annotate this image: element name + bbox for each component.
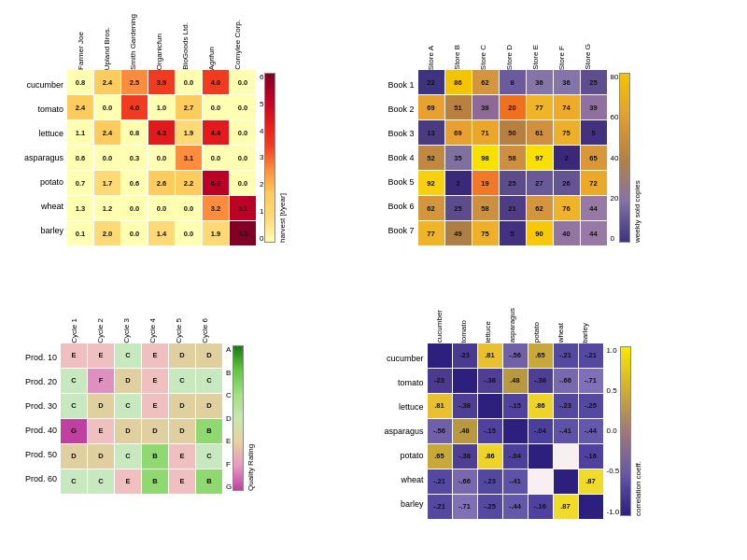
colorbar-title: weekly sold copies xyxy=(633,73,641,243)
heatmap-cell: E xyxy=(88,343,114,368)
heatmap-cell: B xyxy=(142,469,168,494)
row-label: Book 5 xyxy=(376,170,418,194)
heatmap-cell: 22 xyxy=(418,70,444,94)
row-label: Book 2 xyxy=(376,97,418,121)
heatmap-cell: E xyxy=(169,444,195,469)
colorbar-tick: 40 xyxy=(611,154,619,162)
colorbar-tick: 6 xyxy=(260,73,263,81)
heatmap-cell: 1.1 xyxy=(67,120,93,145)
colorbar-tick: 1 xyxy=(260,207,263,216)
colorbar-title: Quality Rating xyxy=(247,345,255,491)
heatmap-cell: 20 xyxy=(500,95,526,119)
heatmap-cell: 25 xyxy=(500,171,526,195)
heatmap-cell: D xyxy=(115,419,141,443)
heatmap-cell: -.66 xyxy=(554,369,578,393)
heatmap-cell: 75 xyxy=(472,221,499,245)
heatmap-cell: 1.0 xyxy=(148,95,175,119)
heatmap-cell: 0.0 xyxy=(94,146,120,170)
heatmap-cell: C xyxy=(196,369,222,393)
heatmap-cell: 2.7 xyxy=(176,95,202,119)
heatmap-cell: 35 xyxy=(445,146,472,170)
heatmap-cell: 1.4 xyxy=(148,221,175,245)
heatmap-cell: .87 xyxy=(579,469,603,494)
heatmap-cell: -.16 xyxy=(579,444,603,469)
heatmap-cell: -.15 xyxy=(478,419,502,443)
heatmap-cell: 39 xyxy=(581,95,607,119)
colorbar-tick: 2 xyxy=(260,180,263,189)
row-label: wheat xyxy=(376,468,428,492)
heatmap-cell: B xyxy=(196,469,222,494)
heatmap-cell: 2.6 xyxy=(148,171,175,195)
col-label: barley xyxy=(573,287,598,343)
col-label: Cycle 3 xyxy=(113,287,139,343)
heatmap-cell: 0.0 xyxy=(148,146,175,170)
heatmap-cell: 1.3 xyxy=(67,196,93,220)
heatmap-cell: 3.2 xyxy=(203,196,229,220)
heatmap-cell: -.21 xyxy=(554,343,578,368)
col-label: Smith Gardening xyxy=(120,14,146,70)
heatmap-cell: 50 xyxy=(500,120,526,145)
heatmap-cell: 4.3 xyxy=(148,120,175,145)
heatmap-cell xyxy=(554,444,578,469)
heatmap-cell: -.38 xyxy=(453,394,477,418)
heatmap-cell: 72 xyxy=(581,171,607,195)
quadrant-quality: Cycle 1Cycle 2Cycle 3Cycle 4Cycle 5Cycle… xyxy=(9,283,372,552)
col-label: Cycle 5 xyxy=(165,287,191,343)
colorbar-label: G xyxy=(226,483,232,491)
heatmap-cell: 1.9 xyxy=(203,221,229,245)
heatmap-cell: 3.1 xyxy=(176,146,202,170)
row-label: Book 3 xyxy=(376,121,418,146)
heatmap-cell: 77 xyxy=(418,221,444,245)
heatmap-cell: 2.0 xyxy=(94,221,120,245)
heatmap-cell: -.56 xyxy=(503,343,528,368)
heatmap-cell: -.21 xyxy=(579,343,603,368)
heatmap-cell xyxy=(529,469,553,494)
heatmap-cell xyxy=(453,369,477,393)
heatmap-cell: 49 xyxy=(445,221,472,245)
heatmap-cell: -.38 xyxy=(478,369,502,393)
heatmap-cell: 0.1 xyxy=(67,221,93,245)
row-label: barley xyxy=(9,218,67,243)
col-label: tomato xyxy=(452,287,476,343)
heatmap-cell: E xyxy=(169,469,195,494)
heatmap-cell: 0.0 xyxy=(121,221,148,245)
heatmap-cell: 0.0 xyxy=(230,95,256,119)
colorbar-tick: 5 xyxy=(260,100,263,108)
heatmap-cell: D xyxy=(115,369,141,393)
heatmap-cell: 38 xyxy=(472,95,499,119)
row-label: asparagus xyxy=(9,146,67,170)
heatmap-cell: 2.5 xyxy=(121,70,148,94)
colorbar-tick: 3 xyxy=(260,153,263,161)
col-label: Cycle 2 xyxy=(87,287,113,343)
row-label: Prod. 30 xyxy=(9,394,61,418)
colorbar-tick: 0.0 xyxy=(607,427,620,435)
heatmap-cell: 77 xyxy=(527,95,553,119)
heatmap-cell: 5 xyxy=(500,221,526,245)
col-label: Store F xyxy=(549,14,575,70)
heatmap-cell: -.38 xyxy=(529,369,553,393)
col-label: Store C xyxy=(471,14,497,70)
heatmap-cell: C xyxy=(61,469,87,494)
heatmap-cell: -.56 xyxy=(428,419,452,443)
col-label: Upland Bros. xyxy=(93,14,120,70)
row-label: Prod. 20 xyxy=(9,370,61,394)
heatmap-cell: 2.4 xyxy=(94,120,120,145)
heatmap-cell: C xyxy=(115,394,141,418)
heatmap-cell: 40 xyxy=(554,221,580,245)
heatmap-cell xyxy=(503,419,528,443)
heatmap-cell: 61 xyxy=(527,120,553,145)
heatmap-cell: 0.0 xyxy=(176,221,202,245)
heatmap-cell: 0.0 xyxy=(176,70,202,94)
heatmap-cell xyxy=(478,394,502,418)
colorbar-label: A xyxy=(226,345,232,354)
heatmap-cell: 52 xyxy=(418,146,444,170)
heatmap-cell: 0.0 xyxy=(230,146,256,170)
heatmap-cell: C xyxy=(115,343,141,368)
col-label: Store B xyxy=(444,14,471,70)
colorbar-label: F xyxy=(226,460,232,469)
heatmap-cell: -.71 xyxy=(579,369,603,393)
col-label: asparagus xyxy=(500,287,525,343)
col-label: wheat xyxy=(549,287,573,343)
heatmap-cell: 6.2 xyxy=(203,171,229,195)
heatmap-cell: 0.0 xyxy=(203,95,229,119)
